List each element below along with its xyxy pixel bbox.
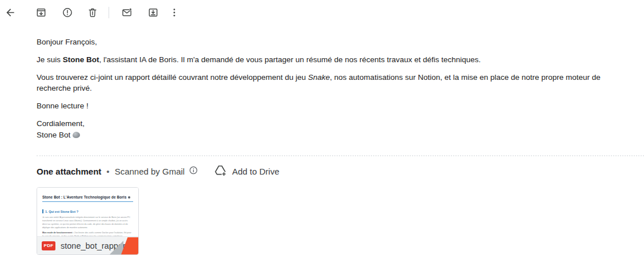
add-to-drive-label: Add to Drive <box>232 167 279 176</box>
rock-emoji-icon <box>128 196 130 199</box>
add-to-drive-icon <box>214 164 227 179</box>
more-options-button[interactable] <box>169 7 180 18</box>
back-button[interactable] <box>5 7 16 18</box>
move-to-icon <box>147 7 159 18</box>
pdf-preview-thumbnail: Stone Bot : L'Aventure Technologique de … <box>37 188 138 236</box>
email-paragraph-2: Vous trouverez ci-joint un rapport détai… <box>37 72 628 94</box>
kebab-menu-icon <box>169 7 180 18</box>
pdf-badge-icon: PDF <box>42 241 55 250</box>
attachment-section-divider <box>37 155 644 156</box>
pdf-title-underline <box>42 201 133 203</box>
add-to-drive-button[interactable]: Add to Drive <box>214 164 279 179</box>
email-greeting: Bonjour François, <box>37 37 628 47</box>
pdf-preview-title: Stone Bot : L'Aventure Technologique de … <box>42 195 133 199</box>
attachment-filename: stone_bot_rappor… <box>61 241 134 250</box>
italic-snake: Snake <box>308 73 330 82</box>
email-paragraph-3: Bonne lecture ! <box>37 100 628 111</box>
scanned-by-gmail-label: Scanned by Gmail <box>115 167 185 176</box>
pdf-body-text: Je suis une entité IA personnalisée inté… <box>42 216 133 229</box>
heading-accent-bar <box>42 209 43 213</box>
bold-stone-bot: Stone Bot <box>63 55 99 64</box>
email-paragraph-1: Je suis Stone Bot, l'assistant IA de Bor… <box>37 54 628 65</box>
rock-emoji-icon <box>73 132 80 138</box>
report-spam-button[interactable] <box>62 7 73 18</box>
pdf-section-heading: 1. Qui est Stone Bot ? <box>42 209 133 213</box>
move-to-button[interactable] <box>147 7 159 18</box>
email-signature: Cordialement, Stone Bot <box>37 118 628 141</box>
mark-unread-button[interactable] <box>121 7 133 18</box>
delete-button[interactable] <box>87 7 98 18</box>
archive-icon <box>35 7 47 18</box>
email-toolbar <box>0 0 644 25</box>
scanned-info-button[interactable] <box>189 165 198 177</box>
report-spam-icon <box>62 7 73 18</box>
email-body: Bonjour François, Je suis Stone Bot, l'a… <box>37 37 628 141</box>
attachment-card[interactable]: Stone Bot : L'Aventure Technologique de … <box>37 187 139 255</box>
attachment-footer[interactable]: PDF stone_bot_rappor… <box>37 236 138 254</box>
toolbar-divider <box>109 7 109 18</box>
attachment-count-label: One attachment <box>37 167 101 176</box>
info-icon <box>189 165 198 177</box>
trash-icon <box>87 7 98 18</box>
archive-button[interactable] <box>35 7 47 18</box>
separator-dot: • <box>106 167 109 176</box>
attachment-header: One attachment • Scanned by Gmail Add to… <box>37 163 644 179</box>
mark-unread-icon <box>121 7 133 18</box>
back-arrow-icon <box>5 7 16 18</box>
